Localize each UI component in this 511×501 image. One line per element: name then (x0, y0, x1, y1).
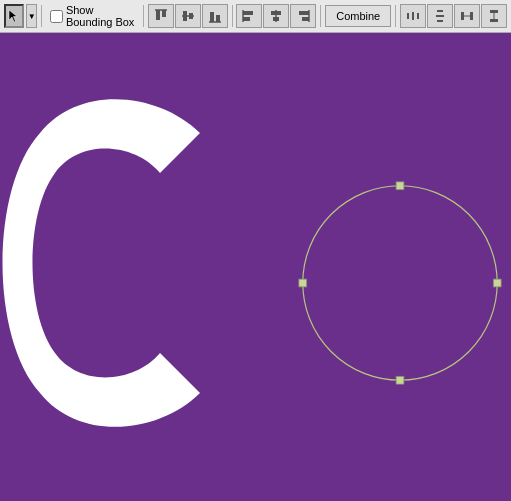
space-h-icon (460, 9, 474, 23)
bounding-box-text: Show Bounding Box (66, 4, 135, 28)
svg-rect-21 (417, 13, 419, 19)
svg-rect-7 (210, 12, 214, 22)
distribute-h-button[interactable] (400, 4, 426, 28)
combine-button[interactable]: Combine (325, 5, 391, 27)
align-right-icon (296, 9, 310, 23)
svg-point-31 (303, 186, 497, 380)
svg-rect-35 (396, 376, 404, 384)
space-v-button[interactable] (481, 4, 507, 28)
align-bottom-button[interactable] (202, 4, 228, 28)
chevron-down-icon: ▼ (28, 12, 36, 21)
align-bottom-icon (208, 9, 222, 23)
svg-rect-8 (216, 15, 220, 22)
cursor-icon (7, 9, 21, 23)
svg-rect-32 (396, 182, 404, 190)
separator-2 (143, 5, 144, 27)
align-top-button[interactable] (148, 4, 174, 28)
svg-rect-16 (299, 11, 309, 15)
canvas[interactable] (0, 33, 511, 501)
align-center-v-button[interactable] (263, 4, 289, 28)
svg-rect-17 (302, 17, 309, 21)
svg-rect-34 (493, 279, 501, 287)
distribute-group (400, 4, 507, 28)
distribute-v-icon (433, 9, 447, 23)
svg-rect-33 (299, 279, 307, 287)
toolbar: ▼ Show Bounding Box (0, 0, 511, 33)
svg-rect-22 (437, 10, 443, 12)
svg-rect-23 (436, 15, 444, 17)
select-tool-dropdown[interactable]: ▼ (26, 4, 37, 28)
svg-rect-10 (243, 11, 253, 15)
show-bounding-box-checkbox[interactable] (50, 10, 63, 23)
align-top-icon (154, 9, 168, 23)
separator-4 (320, 5, 321, 27)
align-center-h-button[interactable] (175, 4, 201, 28)
svg-rect-20 (412, 12, 414, 20)
align-group-2 (236, 4, 316, 28)
align-center-h-icon (181, 9, 195, 23)
space-v-icon (487, 9, 501, 23)
align-group-1 (148, 4, 228, 28)
show-bounding-box-label[interactable]: Show Bounding Box (46, 4, 139, 28)
svg-rect-11 (243, 17, 250, 21)
select-tool-button[interactable] (4, 4, 24, 28)
separator-5 (395, 5, 396, 27)
align-left-icon (242, 9, 256, 23)
svg-rect-1 (156, 10, 160, 20)
distribute-h-icon (406, 9, 420, 23)
align-left-button[interactable] (236, 4, 262, 28)
circle-shape[interactable] (295, 178, 505, 388)
distribute-v-button[interactable] (427, 4, 453, 28)
align-center-v-icon (269, 9, 283, 23)
separator-3 (232, 5, 233, 27)
align-right-button[interactable] (290, 4, 316, 28)
svg-rect-19 (407, 13, 409, 19)
letter-c-shape (0, 73, 220, 453)
svg-marker-0 (9, 10, 17, 22)
separator-1 (41, 5, 42, 27)
svg-rect-2 (162, 10, 166, 17)
space-h-button[interactable] (454, 4, 480, 28)
svg-rect-24 (437, 20, 443, 22)
